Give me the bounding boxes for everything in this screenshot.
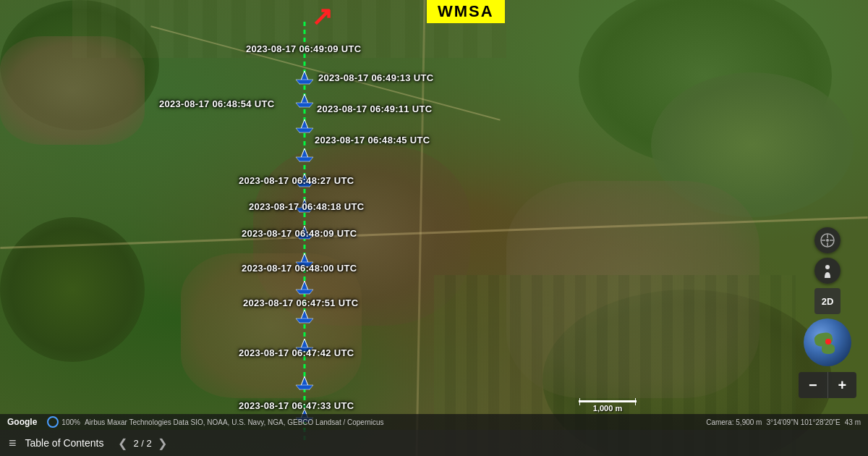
street-view-button[interactable] — [814, 258, 841, 284]
google-logo: Google — [7, 417, 37, 427]
right-controls[interactable]: 2D − + — [799, 227, 856, 398]
timestamp-12: 2023-08-17 06:47:33 UTC — [239, 400, 354, 411]
timestamp-8: 2023-08-17 06:48:09 UTC — [242, 228, 357, 239]
timestamp-2: 2023-08-17 06:49:13 UTC — [318, 72, 433, 83]
timestamp-4: 2023-08-17 06:49:11 UTC — [317, 104, 432, 114]
red-arrow-icon: ↗ — [311, 1, 333, 32]
prev-page-button[interactable]: ❮ — [118, 436, 127, 450]
camera-info: Camera: 5,900 m — [706, 418, 762, 426]
zoom-minus-button[interactable]: − — [799, 372, 827, 398]
svg-point-33 — [825, 265, 830, 269]
scale-label: 1,000 m — [593, 404, 622, 413]
globe-widget[interactable] — [804, 318, 851, 366]
zoom-indicator: 100% — [47, 416, 80, 428]
pagination-controls[interactable]: ❮ 2 / 2 ❯ — [118, 436, 166, 450]
scale-bar: 1,000 m — [579, 400, 637, 413]
timestamp-10: 2023-08-17 06:47:51 UTC — [243, 297, 358, 308]
compass-button[interactable] — [814, 227, 841, 253]
timestamp-11: 2023-08-17 06:47:42 UTC — [239, 347, 354, 358]
map-background — [0, 0, 868, 456]
toc-label: Table of Contents — [25, 437, 104, 449]
timestamp-3: 2023-08-17 06:48:54 UTC — [159, 98, 274, 109]
2d-button[interactable]: 2D — [814, 288, 841, 314]
coordinates: 3°14'09"N 101°28'20"E — [766, 418, 840, 426]
wmsa-label: WMSA — [427, 0, 505, 23]
attribution-bar: Google 100% Airbus Maxar Technologies Da… — [0, 414, 868, 430]
menu-lines-icon: ≡ — [9, 436, 17, 451]
timestamp-6: 2023-08-17 06:48:27 UTC — [239, 175, 354, 186]
zoom-controls[interactable]: − + — [799, 372, 856, 398]
data-sources: Airbus Maxar Technologies Data SIO, NOAA… — [85, 418, 384, 426]
next-page-button[interactable]: ❯ — [158, 436, 167, 450]
page-count: 2 / 2 — [133, 438, 151, 449]
timestamp-7: 2023-08-17 06:48:18 UTC — [249, 201, 364, 212]
timestamp-1: 2023-08-17 06:49:09 UTC — [246, 43, 361, 54]
timestamp-9: 2023-08-17 06:48:00 UTC — [242, 263, 357, 274]
altitude: 43 m — [845, 418, 861, 426]
zoom-percent: 100% — [61, 418, 80, 426]
zoom-circle-icon — [47, 416, 59, 428]
timestamp-5: 2023-08-17 06:48:45 UTC — [315, 135, 430, 145]
svg-point-32 — [826, 239, 829, 242]
bottom-toolbar: ≡ Table of Contents ❮ 2 / 2 ❯ — [0, 430, 868, 456]
zoom-plus-button[interactable]: + — [828, 372, 857, 398]
